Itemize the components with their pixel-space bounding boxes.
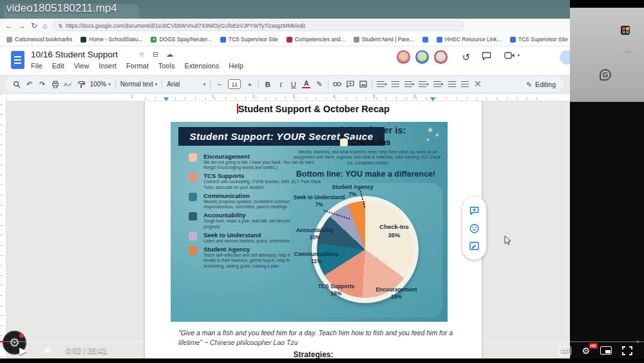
menu-item[interactable]: Insert xyxy=(99,62,117,70)
undo-icon[interactable]: ↶ xyxy=(25,80,33,88)
bookmark-item[interactable]: Student Nest | Pare... xyxy=(354,36,414,43)
spellcheck-icon[interactable]: A✓ xyxy=(64,81,73,88)
paint-format-icon[interactable] xyxy=(77,81,86,88)
emoji-reaction-button[interactable] xyxy=(469,224,479,233)
avatar[interactable] xyxy=(397,50,410,64)
ruler-number: 2 xyxy=(252,94,255,99)
grammarly-icon[interactable]: G xyxy=(600,69,611,81)
move-folder-icon[interactable]: ⊟ xyxy=(153,50,158,59)
italic-button[interactable]: I xyxy=(276,81,285,88)
bulleted-list-icon[interactable]: ▾ xyxy=(419,81,429,87)
bookmark-item[interactable]: Home - SchoolStatu... xyxy=(80,36,142,43)
menu-item[interactable]: View xyxy=(74,62,90,70)
bookmark-item[interactable]: ♥ DOGS Spay/Neuter... xyxy=(151,36,211,43)
player-controls: ▶ 0:02 / 25:41 CC ⚙HD xyxy=(0,342,644,358)
add-comment-button[interactable] xyxy=(469,206,479,215)
chevron-right-icon[interactable]: › xyxy=(637,338,639,345)
play-button[interactable]: ▶ xyxy=(19,345,27,357)
browser-url-bar: ← → ↻ ⌂ ⇅ https://docs.google.com/docume… xyxy=(0,19,570,33)
font-select[interactable]: Arial▾ xyxy=(167,81,205,88)
underline-button[interactable]: U xyxy=(289,81,298,88)
back-icon[interactable]: ← xyxy=(5,22,13,30)
comment-history-icon[interactable] xyxy=(482,52,491,61)
bookmark-item[interactable]: TCS Supervisor Site xyxy=(220,36,278,43)
bold-button[interactable]: B xyxy=(263,81,272,88)
bookmark-favicon xyxy=(6,37,12,43)
bookmark-favicon xyxy=(354,37,359,43)
print-icon[interactable] xyxy=(51,81,59,88)
participants-sidebar: Pam Jimison Channel Lewis Jessica Allen … xyxy=(570,0,644,358)
increase-indent-icon[interactable] xyxy=(460,81,469,87)
version-history-icon[interactable]: ↺ xyxy=(462,52,470,63)
editing-mode-select[interactable]: ✎ Editing xyxy=(526,81,556,88)
settings-button[interactable]: ⚙HD xyxy=(582,346,590,356)
docs-toolbar: ↶ ↷ A✓ 100%▾ Normal text▾ Arial▾ − 11 + … xyxy=(5,76,564,92)
star-icon[interactable]: ☆ xyxy=(138,50,145,59)
site-info-icon[interactable]: ⇅ xyxy=(58,23,62,29)
fullscreen-button[interactable] xyxy=(622,346,632,355)
avatar[interactable] xyxy=(434,50,448,64)
ruler-number: 1 xyxy=(212,94,214,99)
meet-camera-icon[interactable]: ▾ xyxy=(504,52,520,59)
document-page[interactable]: Student Support & October Recap Student … xyxy=(145,101,482,358)
more-options-icon[interactable]: ⋯ xyxy=(625,48,632,56)
insert-image-icon[interactable] xyxy=(359,81,367,88)
highlight-icon[interactable]: ✎ xyxy=(315,80,323,88)
pie-label-checkins: Check-Ins35% xyxy=(368,223,420,240)
paragraph-style-select[interactable]: Normal text▾ xyxy=(120,81,158,88)
bookmark-label: HHSC Resource Link... xyxy=(445,36,502,43)
menu-item[interactable]: Edit xyxy=(52,62,64,70)
home-icon[interactable]: ⌂ xyxy=(43,22,47,30)
line-spacing-icon[interactable] xyxy=(392,81,400,87)
bookmark-favicon xyxy=(510,37,516,43)
captions-button[interactable]: CC xyxy=(558,346,571,355)
font-size-input[interactable]: 11 xyxy=(228,79,241,89)
bookmark-item[interactable]: HHSC Resource Link... xyxy=(437,36,502,43)
docs-header: 10/16 Student Support ☆ ⊟ ☁ File Edit Vi… xyxy=(0,46,570,75)
doc-title[interactable]: 10/16 Student Support xyxy=(31,50,118,59)
avatar[interactable] xyxy=(415,50,429,64)
increase-font-icon[interactable]: + xyxy=(245,81,254,88)
bookmark-item[interactable]: Cottonwood bookmarks xyxy=(6,36,72,43)
zoom-select[interactable]: 100%▾ xyxy=(90,81,111,88)
add-comment-icon[interactable] xyxy=(346,81,354,88)
vertical-ruler[interactable] xyxy=(0,94,6,358)
menu-item[interactable]: Format xyxy=(126,62,149,70)
pencil-icon: ✎ xyxy=(526,81,532,88)
miniplayer-button[interactable] xyxy=(600,346,612,355)
floating-action-pill xyxy=(462,197,486,260)
suggest-edits-button[interactable] xyxy=(469,242,479,250)
horizontal-ruler[interactable]: 1 1 2 3 4 5 6 xyxy=(6,94,570,101)
search-icon[interactable] xyxy=(12,81,21,88)
forward-icon[interactable]: → xyxy=(18,22,26,30)
cloud-status-icon[interactable]: ☁ xyxy=(166,50,173,59)
bookmark-item[interactable]: TCS Supervisor Site xyxy=(510,36,568,43)
volume-icon[interactable] xyxy=(44,346,53,355)
checklist-icon[interactable]: ▾ xyxy=(404,81,415,87)
menu-item[interactable]: Tools xyxy=(158,62,175,70)
refresh-icon[interactable]: ↻ xyxy=(31,22,37,30)
decrease-indent-icon[interactable] xyxy=(448,81,456,87)
clear-formatting-icon[interactable]: ⨉ xyxy=(473,80,482,88)
menu-item[interactable]: File xyxy=(31,62,43,70)
numbered-list-icon[interactable]: ▾ xyxy=(433,81,444,87)
menu-item[interactable]: Help xyxy=(229,62,243,70)
bookmark-favicon xyxy=(220,37,226,43)
text-color-button[interactable]: A xyxy=(302,80,310,88)
address-bar[interactable]: ⇅ https://docs.google.com/document/d/1eJ… xyxy=(52,21,464,31)
pie-label-tcs: TCS Supports15% xyxy=(308,283,365,298)
winner-name: Check-Ins xyxy=(296,137,435,147)
bookmark-item[interactable] xyxy=(422,37,428,43)
insert-link-icon[interactable] xyxy=(333,81,341,87)
google-docs-icon[interactable] xyxy=(11,51,24,69)
pie-label-accountability: Accountability10% xyxy=(290,227,340,242)
menu-item[interactable]: Extensions xyxy=(184,62,219,70)
app-grid-icon[interactable] xyxy=(621,26,630,35)
browser-window: ← → ↻ ⌂ ⇅ https://docs.google.com/docume… xyxy=(0,0,570,358)
decrease-font-icon[interactable]: − xyxy=(215,81,223,88)
align-icon[interactable]: ▾ xyxy=(377,81,387,87)
ruler-number: 5 xyxy=(373,94,375,99)
redo-icon[interactable]: ↷ xyxy=(38,80,46,88)
bookmark-item[interactable]: Competencies and... xyxy=(287,36,345,43)
docs-menubar: File Edit View Insert Format Tools Exten… xyxy=(31,62,243,70)
